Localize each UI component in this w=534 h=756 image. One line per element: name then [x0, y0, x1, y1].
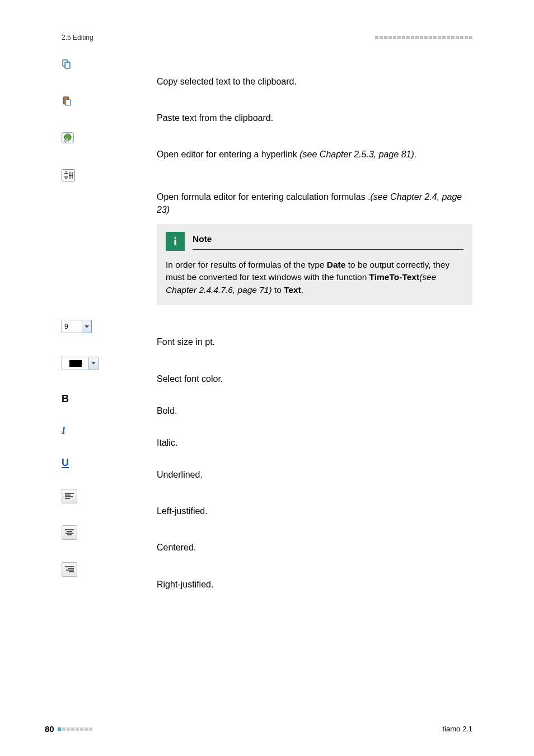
svg-point-12: [65, 178, 67, 179]
note-text-mid2: to: [272, 285, 284, 295]
note-text-post: .: [301, 285, 303, 295]
font-size-select[interactable]: 9: [62, 320, 92, 333]
header-ornament: [375, 36, 472, 39]
font-color-description: Select font color.: [157, 356, 472, 389]
note-text-pre: In order for results of formulas of the …: [166, 260, 327, 269]
align-right-description: Right-justified.: [157, 561, 472, 594]
hyperlink-ref: (see Chapter 2.5.3, page 81): [299, 150, 414, 159]
color-swatch: [69, 360, 82, 367]
svg-point-11: [65, 171, 67, 172]
formula-icon: [62, 169, 75, 181]
note-text-timetotext: TimeTo-Text: [369, 272, 420, 282]
note-text-text: Text: [284, 285, 301, 295]
info-icon: i: [166, 232, 185, 251]
underline-description: Underlined.: [157, 456, 472, 484]
page-number: 80: [45, 724, 54, 734]
product-name: tiamo 2.1: [443, 725, 472, 733]
underline-icon: U: [62, 457, 69, 468]
note-box: i Note In order for results of formulas …: [157, 224, 472, 305]
note-text-date: Date: [327, 260, 346, 269]
italic-description: Italic.: [157, 424, 472, 452]
copy-description: Copy selected text to the clipboard.: [157, 58, 472, 91]
copy-icon: [62, 59, 72, 69]
align-right-icon: [62, 562, 77, 577]
formula-description: Open formula editor for entering calcula…: [157, 190, 472, 216]
align-left-icon: [62, 489, 77, 503]
chevron-down-icon[interactable]: [82, 320, 91, 333]
hyperlink-desc-post: .: [414, 150, 416, 159]
footer-ornament: [58, 727, 92, 731]
chevron-down-icon[interactable]: [88, 357, 98, 370]
italic-icon: I: [62, 425, 65, 436]
section-header: 2.5 Editing: [62, 34, 93, 41]
font-size-description: Font size in pt.: [157, 319, 472, 352]
svg-rect-1: [65, 62, 70, 68]
svg-rect-3: [65, 96, 67, 98]
hyperlink-icon: [62, 132, 74, 143]
note-body: In order for results of formulas of the …: [166, 259, 463, 296]
bold-description: Bold.: [157, 392, 472, 421]
note-title: Note: [193, 233, 463, 249]
font-size-value: 9: [62, 320, 82, 333]
bold-icon: B: [62, 393, 69, 404]
align-center-description: Centered.: [157, 524, 472, 557]
font-color-select[interactable]: [62, 357, 99, 370]
hyperlink-desc-pre: Open editor for entering a hyperlink: [157, 150, 299, 159]
align-left-description: Left-justified.: [157, 488, 472, 521]
hyperlink-description: Open editor for entering a hyperlink (se…: [157, 131, 472, 164]
paste-description: Paste text from the clipboard.: [157, 95, 472, 128]
formula-desc-pre: Open formula editor for entering calcula…: [157, 192, 371, 202]
svg-rect-4: [65, 100, 71, 105]
paste-icon: [62, 96, 72, 106]
align-center-icon: [62, 525, 77, 540]
